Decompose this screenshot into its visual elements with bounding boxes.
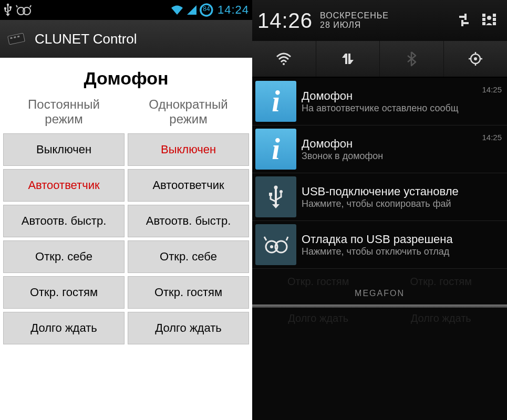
shade-date-text: 28 ИЮЛЯ (320, 20, 389, 30)
toggle-data[interactable] (316, 41, 380, 77)
mode-button-right-2[interactable]: Автоотв. быстр. (128, 205, 249, 237)
notification-title: Домофон (302, 89, 478, 103)
svg-rect-22 (493, 22, 496, 25)
battery-icon: 84 (200, 3, 213, 17)
svg-marker-7 (187, 5, 196, 15)
usb-icon (255, 176, 296, 217)
mode-button-left-2[interactable]: Автоотв. быстр. (3, 205, 125, 237)
svg-marker-35 (272, 204, 280, 208)
svg-rect-3 (4, 7, 6, 9)
mode-button-right-0[interactable]: Выключен (128, 133, 249, 166)
column-once: Однократныйрежим ВыключенАвтоответчикАвт… (128, 97, 249, 344)
mode-button-left-3[interactable]: Откр. себе (3, 240, 125, 273)
notification-subtitle: Нажмите, чтобы отключить отлад (302, 246, 503, 257)
svg-marker-25 (342, 54, 347, 64)
mode-button-left-4[interactable]: Откр. гостям (3, 276, 125, 309)
shade-clock: 14:26 (257, 9, 313, 33)
svg-rect-36 (269, 193, 272, 196)
signal-icon (186, 4, 198, 16)
shade-header: 14:26 ВОСКРЕСЕНЬЕ 28 ИЮЛЯ (252, 0, 507, 41)
notification-title: USB-подключение установле (302, 185, 503, 198)
phone-right: Откр. гостям Откр. гостям Долго ждать До… (252, 0, 507, 420)
info-icon: i (255, 81, 296, 122)
svg-point-37 (280, 190, 283, 193)
shade-handle[interactable] (252, 304, 507, 308)
cyanogen-icon (16, 4, 32, 16)
svg-point-28 (474, 57, 477, 60)
battery-pct: 84 (200, 5, 213, 13)
cyanogen-icon (255, 224, 296, 265)
svg-rect-19 (482, 22, 485, 25)
svg-rect-16 (461, 20, 463, 26)
shade-date: ВОСКРЕСЕНЬЕ 28 ИЮЛЯ (320, 11, 389, 29)
notification-title: Домофон (302, 137, 478, 151)
toggle-bluetooth[interactable] (380, 41, 444, 77)
info-icon: i (255, 129, 296, 170)
mode-button-left-1[interactable]: Автоответчик (3, 169, 125, 202)
notification-subtitle: Нажмите, чтобы скопировать фай (302, 198, 503, 209)
mode-button-right-5[interactable]: Долго ждать (128, 312, 249, 344)
settings-icon[interactable] (451, 8, 477, 33)
mode-button-right-3[interactable]: Откр. себе (128, 240, 249, 273)
profile-icon[interactable] (477, 8, 502, 33)
statusbar-clock: 14:24 (218, 3, 249, 17)
notification-1[interactable]: iДомофонЗвонок в домофон14:25 (252, 125, 507, 173)
svg-rect-18 (482, 18, 485, 21)
actionbar-title: CLUNET Control (35, 31, 137, 47)
svg-rect-20 (493, 14, 496, 17)
mode-button-left-0[interactable]: Выключен (3, 133, 125, 166)
app-icon (6, 30, 29, 47)
mode-button-left-5[interactable]: Долго ждать (3, 312, 125, 344)
shade-day: ВОСКРЕСЕНЬЕ (320, 11, 389, 20)
page-title: Домофон (3, 68, 249, 89)
svg-point-40 (270, 245, 273, 248)
content: Домофон Постоянныйрежим ВыключенАвтоотве… (0, 58, 252, 350)
toggle-gps[interactable] (444, 41, 508, 77)
notification-0[interactable]: iДомофонНа автоответчике оставлено сообщ… (252, 78, 507, 125)
svg-rect-14 (464, 14, 467, 20)
notification-subtitle: На автоответчике оставлено сообщ (302, 103, 478, 114)
svg-rect-17 (482, 14, 485, 17)
notification-time: 14:25 (482, 133, 502, 142)
column-header-right: Однократныйрежим (128, 97, 249, 126)
column-header-left: Постоянныйрежим (3, 97, 125, 126)
svg-rect-9 (8, 33, 25, 45)
notification-list: iДомофонНа автоответчике оставлено сообщ… (252, 78, 507, 269)
mode-button-right-1[interactable]: Автоответчик (128, 169, 249, 202)
notification-2[interactable]: USB-подключение установлеНажмите, чтобы … (252, 173, 507, 221)
svg-point-23 (487, 16, 491, 20)
notification-3[interactable]: Отладка по USB разрешенаНажмите, чтобы о… (252, 221, 507, 269)
svg-point-24 (283, 63, 285, 65)
svg-rect-21 (493, 18, 496, 21)
usb-icon (3, 3, 13, 17)
notification-time: 14:25 (482, 85, 502, 94)
mode-button-right-4[interactable]: Откр. гостям (128, 276, 249, 309)
carrier-label: MEGAFON (252, 269, 507, 304)
phone-left: 84 14:24 CLUNET Control Домофон Постоянн… (0, 0, 252, 420)
statusbar: 84 14:24 (0, 0, 252, 20)
column-constant: Постоянныйрежим ВыключенАвтоответчикАвто… (3, 97, 125, 344)
quick-toggles (252, 41, 507, 78)
toggle-wifi[interactable] (252, 41, 316, 77)
notification-subtitle: Звонок в домофон (302, 151, 478, 162)
wifi-icon (170, 4, 184, 16)
notification-title: Отладка по USB разрешена (302, 233, 503, 246)
svg-marker-2 (6, 14, 10, 16)
svg-marker-26 (348, 54, 354, 64)
actionbar: CLUNET Control (0, 20, 252, 58)
svg-rect-4 (9, 6, 12, 8)
